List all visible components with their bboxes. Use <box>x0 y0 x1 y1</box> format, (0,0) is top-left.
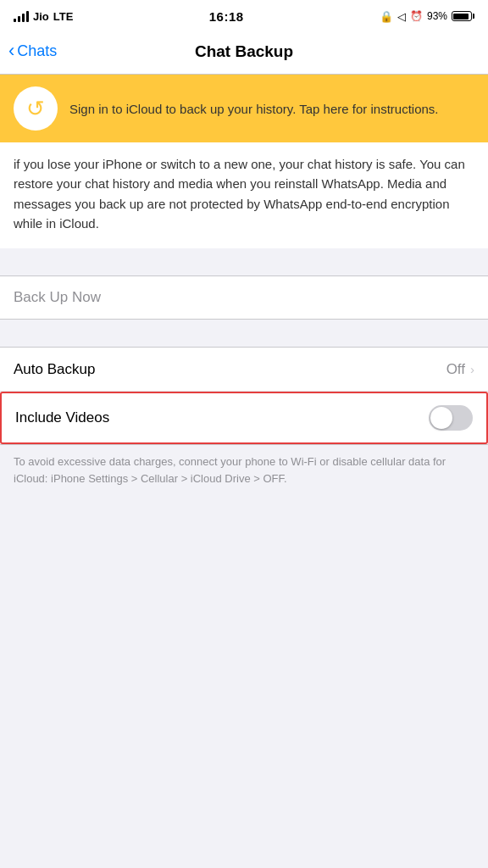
signal-bar-1 <box>14 19 16 22</box>
back-label: Chats <box>17 42 57 60</box>
status-left: Jio LTE <box>14 10 73 23</box>
signal-bars <box>14 10 29 22</box>
backup-now-section: Back Up Now <box>0 275 488 320</box>
include-videos-toggle[interactable] <box>429 405 473 431</box>
footer-hint: To avoid excessive data charges, connect… <box>0 445 488 504</box>
alarm-icon: ⏰ <box>410 10 423 22</box>
lock-icon: 🔒 <box>380 10 393 23</box>
battery-icon <box>452 11 474 21</box>
auto-backup-value: Off <box>446 361 465 378</box>
include-videos-row[interactable]: Include Videos <box>0 392 488 444</box>
battery-percent: 93% <box>427 10 447 22</box>
auto-backup-chevron-icon: › <box>470 362 474 376</box>
include-videos-label: Include Videos <box>15 409 109 426</box>
footer-hint-text: To avoid excessive data charges, connect… <box>14 455 446 485</box>
signal-bar-3 <box>22 14 25 22</box>
signal-bar-2 <box>18 16 20 22</box>
icloud-backup-icon: ↺ <box>26 96 45 122</box>
back-chevron-icon: ‹ <box>8 42 14 60</box>
description-block: if you lose your iPhone or switch to a n… <box>0 142 488 248</box>
icloud-banner[interactable]: ↺ Sign in to iCloud to back up your hist… <box>0 75 488 142</box>
auto-backup-right: Off › <box>446 361 474 378</box>
signal-bar-4 <box>26 11 29 22</box>
network-label: LTE <box>53 10 74 23</box>
location-icon: ◁ <box>397 10 406 23</box>
icloud-banner-text: Sign in to iCloud to back up your histor… <box>69 100 439 118</box>
nav-bar: ‹ Chats Chat Backup <box>0 31 488 75</box>
status-bar: Jio LTE 16:18 🔒 ◁ ⏰ 93% <box>0 0 488 31</box>
section-gap-1 <box>0 248 488 275</box>
description-text: if you lose your iPhone or switch to a n… <box>14 157 465 231</box>
status-right: 🔒 ◁ ⏰ 93% <box>380 10 474 23</box>
status-time: 16:18 <box>209 9 244 24</box>
settings-section: Auto Backup Off › Include Videos <box>0 347 488 445</box>
carrier-label: Jio <box>33 10 49 23</box>
section-gap-2 <box>0 320 488 347</box>
back-button[interactable]: ‹ Chats <box>8 42 57 60</box>
backup-now-label: Back Up Now <box>14 289 101 306</box>
page-title: Chat Backup <box>195 42 293 61</box>
toggle-knob <box>430 407 452 429</box>
auto-backup-row[interactable]: Auto Backup Off › <box>0 348 488 392</box>
auto-backup-label: Auto Backup <box>14 361 95 378</box>
icloud-icon-wrap: ↺ <box>14 86 58 131</box>
